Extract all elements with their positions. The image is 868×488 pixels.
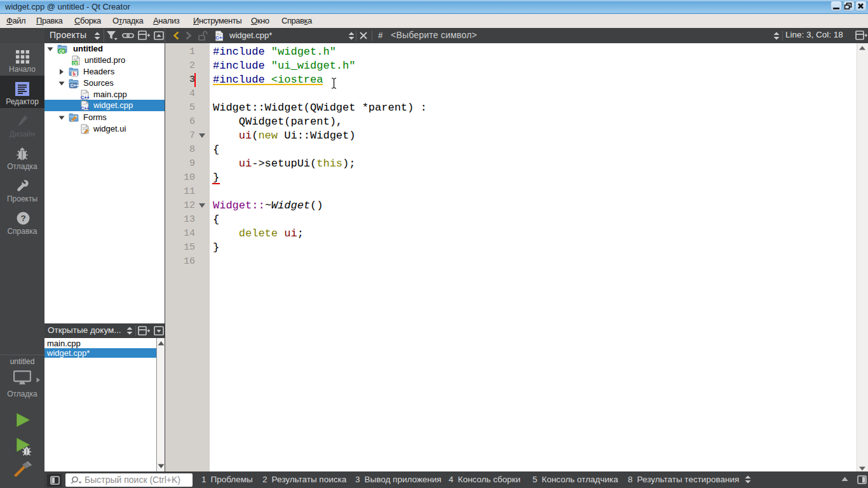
- svg-text:?: ?: [21, 214, 26, 223]
- svg-text:C++: C++: [71, 83, 79, 88]
- svg-text:C++: C++: [81, 105, 90, 111]
- svg-text:Qt: Qt: [72, 61, 78, 65]
- svg-text:Qt: Qt: [59, 48, 65, 54]
- svg-text:C++: C++: [81, 95, 90, 100]
- svg-text:h: h: [73, 71, 76, 77]
- svg-text:C++: C++: [215, 35, 224, 41]
